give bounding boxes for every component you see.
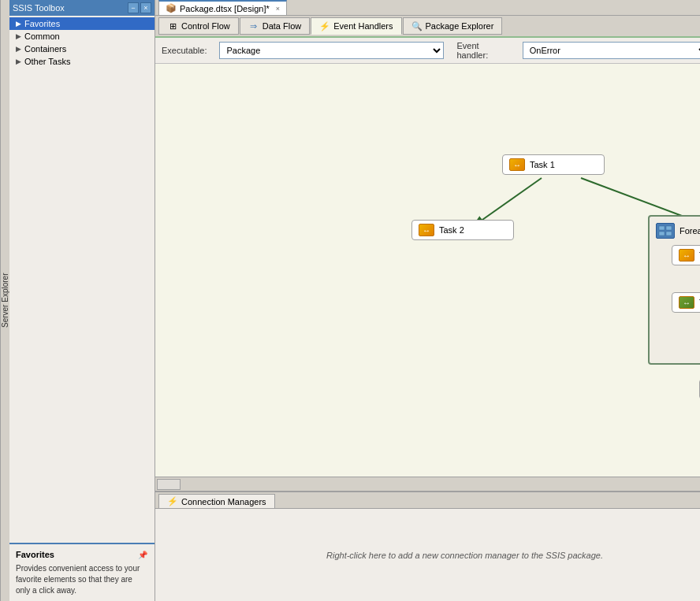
content-area: Server Explorer SSIS Toolbox − × ▶ Favor… [0,0,700,601]
tab-package-explorer[interactable]: 🔍 Package Explorer [403,17,503,35]
server-explorer-strip[interactable]: Server Explorer [0,0,9,601]
bottom-panel: ⚡ Connection Managers Right-click here t… [155,491,700,601]
svg-rect-7 [666,232,672,236]
foreach-loop-container[interactable]: Foreach Loop Container ∧ Task 3 [648,215,700,365]
main-design: 📦 Package.dtsx [Design]* × ◄ ► ✕ ⊞ Contr… [155,0,700,601]
package-tab-close[interactable]: × [276,5,280,13]
tab-package-explorer-label: Package Explorer [426,21,494,31]
task-node-2[interactable]: Task 2 [411,220,514,240]
sidebar-bottom-pin-btn[interactable]: 📌 [137,549,148,560]
sidebar-arrow-common: ▶ [16,32,21,40]
task-3-icon [679,249,694,262]
foreach-header: Foreach Loop Container ∧ [656,223,700,239]
connector-svg [155,64,700,491]
sidebar-label-other-tasks: Other Tasks [24,57,71,66]
sidebar-title-controls: − × [128,2,151,13]
foreach-icon [656,223,675,239]
foreach-container-label: Foreach Loop Container [680,226,700,236]
bottom-tab-connection-managers[interactable]: ⚡ Connection Managers [158,494,275,508]
sidebar-item-other-tasks[interactable]: ▶ Other Tasks [9,55,155,68]
main-container: Server Explorer SSIS Toolbox − × ▶ Favor… [0,0,700,601]
foreach-title: Foreach Loop Container [656,223,700,239]
sidebar-bottom-title: Favorites 📌 [16,549,148,560]
horizontal-scrollbar[interactable] [155,477,700,491]
design-tabs: ⊞ Control Flow ⇒ Data Flow ⚡ Event Handl… [155,16,700,38]
tab-control-flow-label: Control Flow [181,21,230,31]
package-tab-title: Package.dtsx [Design]* [180,4,270,13]
sidebar-item-favorites[interactable]: ▶ Favorites [9,17,155,30]
package-tab-bar: 📦 Package.dtsx [Design]* × ◄ ► ✕ [155,0,700,16]
package-tab-icon: 📦 [166,3,177,13]
event-handler-label: Event handler: [456,41,509,60]
data-flow-icon: ⇒ [248,20,259,32]
tab-control-flow[interactable]: ⊞ Control Flow [158,17,239,35]
executable-label: Executable: [162,46,207,55]
left-sidebar: SSIS Toolbox − × ▶ Favorites ▶ Common ▶ … [9,0,155,601]
executable-select[interactable]: Package [219,42,444,59]
svg-line-0 [475,178,542,225]
tab-event-handlers[interactable]: ⚡ Event Handlers [311,17,401,35]
control-flow-icon: ⊞ [167,20,178,32]
task-2-label: Task 2 [439,225,464,235]
exec-bar: Executable: Package Event handler: OnErr… [155,38,700,64]
svg-rect-6 [659,232,665,236]
sidebar-content: ▶ Favorites ▶ Common ▶ Containers ▶ Othe… [9,16,155,543]
sidebar-item-containers[interactable]: ▶ Containers [9,43,155,55]
sidebar-label-common: Common [24,32,60,41]
task-node-4[interactable]: Task 4 [672,292,700,313]
task-2-icon [419,224,434,236]
task-node-3[interactable]: Task 3 [672,245,700,265]
sidebar-title-bar: SSIS Toolbox − × [9,0,155,16]
task-1-icon [509,158,525,171]
connection-manager-icon: ⚡ [167,496,178,506]
tab-data-flow[interactable]: ⇒ Data Flow [240,17,311,35]
sidebar-label-favorites: Favorites [24,19,60,28]
connection-managers-label: Connection Managers [181,497,266,506]
sidebar-bottom-title-text: Favorites [16,550,54,559]
sidebar-item-common[interactable]: ▶ Common [9,30,155,43]
sidebar-arrow-favorites: ▶ [16,20,21,28]
tab-data-flow-label: Data Flow [262,21,302,31]
h-scroll-thumb[interactable] [157,479,181,490]
event-handler-select[interactable]: OnError [523,42,700,59]
svg-rect-4 [659,226,665,230]
sidebar-arrow-containers: ▶ [16,45,21,53]
sidebar-arrow-other-tasks: ▶ [16,58,21,65]
bottom-tabs: ⚡ Connection Managers [155,492,700,509]
design-canvas[interactable]: Task 1 Task 2 [155,64,700,491]
canvas-and-bottom: Task 1 Task 2 [155,64,700,601]
sidebar-bottom: Favorites 📌 Provides convenient access t… [9,543,155,601]
package-tab[interactable]: 📦 Package.dtsx [Design]* × [158,0,287,15]
svg-rect-5 [666,226,672,230]
sidebar-title: SSIS Toolbox [13,3,65,13]
sidebar-pin-btn[interactable]: − [128,2,139,13]
bottom-content[interactable]: Right-click here to add a new connection… [155,509,700,601]
task-4-icon [679,296,694,309]
event-handler-icon: ⚡ [319,20,330,32]
sidebar-label-containers: Containers [24,44,66,54]
sidebar-close-btn[interactable]: × [140,2,151,13]
task-node-1[interactable]: Task 1 [502,154,605,175]
task-1-label: Task 1 [530,160,555,169]
tab-event-handlers-label: Event Handlers [333,21,393,31]
package-explorer-icon: 🔍 [411,20,423,32]
sidebar-bottom-desc: Provides convenient access to your favor… [16,563,148,596]
connection-managers-empty-text: Right-click here to add a new connection… [326,551,603,560]
